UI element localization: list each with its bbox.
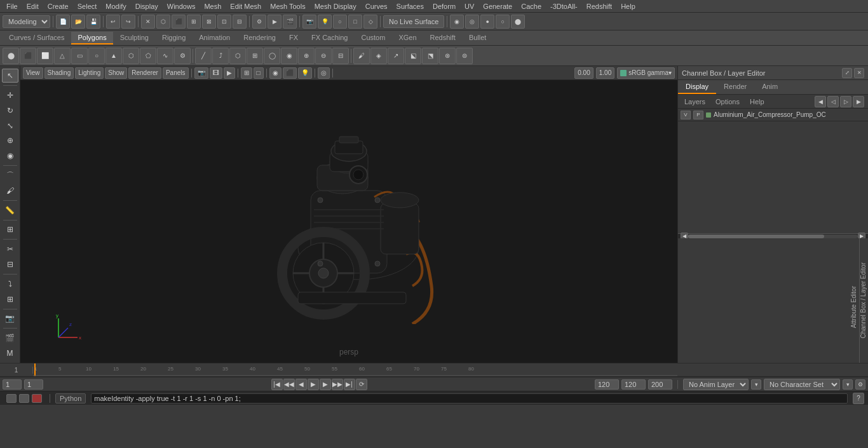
playback-end-input[interactable] <box>621 379 646 390</box>
multi-cut-btn[interactable]: ✂ <box>2 242 18 256</box>
scale-tool-btn[interactable]: ⤡ <box>2 119 18 133</box>
deform-btn[interactable]: ⤵ <box>2 277 18 291</box>
light-btn[interactable]: 💡 <box>318 15 332 29</box>
shelf-cylinder[interactable]: ⬜ <box>37 48 53 64</box>
anim-layer-dropdown[interactable]: No Anim Layer <box>683 379 749 390</box>
snap2-btn[interactable]: ⊠ <box>202 15 216 29</box>
menu-uv[interactable]: UV <box>461 1 478 11</box>
shelf-cone[interactable]: △ <box>54 48 71 64</box>
menu-file[interactable]: File <box>3 1 22 11</box>
window-icon-close[interactable] <box>32 394 42 403</box>
rp-tab-render[interactable]: Render <box>716 80 754 94</box>
shelf-extra2[interactable]: ⬔ <box>422 48 438 64</box>
display3-btn[interactable]: ● <box>480 15 494 29</box>
menu-curves[interactable]: Curves <box>362 1 391 11</box>
menu-surfaces[interactable]: Surfaces <box>393 1 428 11</box>
tab-polygons[interactable]: Polygons <box>71 32 112 44</box>
select-tool-btn[interactable]: ↖ <box>2 69 18 83</box>
material-btn[interactable]: ○ <box>333 15 347 29</box>
snap3-btn[interactable]: ⊡ <box>217 15 231 29</box>
move-tool-btn[interactable]: ✛ <box>2 88 18 102</box>
range-start-input[interactable] <box>24 379 43 390</box>
layer-vis-btn[interactable]: V <box>681 111 691 119</box>
tab-bullet[interactable]: Bullet <box>463 32 493 44</box>
panel-float-btn[interactable]: ⤢ <box>842 68 852 78</box>
tab-redshift[interactable]: Redshift <box>424 32 462 44</box>
display4-btn[interactable]: ○ <box>496 15 510 29</box>
tab-rigging[interactable]: Rigging <box>156 32 192 44</box>
tab-animation[interactable]: Animation <box>193 32 236 44</box>
command-line-input[interactable] <box>91 393 848 404</box>
menu-mesh[interactable]: Mesh <box>200 1 225 11</box>
char-set-options-btn[interactable]: ▾ <box>843 379 853 390</box>
shelf-plane[interactable]: ▭ <box>71 48 88 64</box>
vp-display-icon[interactable]: ◎ <box>318 67 330 79</box>
display5-btn[interactable]: ⬤ <box>511 15 525 29</box>
step-back-btn[interactable]: ◀◀ <box>283 379 295 390</box>
live-surface-btn[interactable]: No Live Surface <box>383 15 444 28</box>
rp-tab-display[interactable]: Display <box>678 80 716 94</box>
menu-generate[interactable]: Generate <box>479 1 516 11</box>
range-end-input[interactable] <box>595 379 619 390</box>
shelf-extra1[interactable]: ⬕ <box>405 48 421 64</box>
menu-cache[interactable]: Cache <box>517 1 545 11</box>
layers-link[interactable]: Layers <box>682 97 708 107</box>
menu-mesh-display[interactable]: Mesh Display <box>311 1 360 11</box>
shelf-sculpt[interactable]: ◈ <box>370 48 387 64</box>
menu-create[interactable]: Create <box>44 1 72 11</box>
shelf-smooth[interactable]: ◉ <box>281 48 297 64</box>
prev-frame-btn[interactable]: ◀ <box>295 379 307 390</box>
playback-end2-input[interactable] <box>648 379 672 390</box>
shelf-torus[interactable]: ○ <box>88 48 105 64</box>
render-btn[interactable]: 🎬 <box>283 15 297 29</box>
shelf-pipe[interactable]: ⬠ <box>140 48 156 64</box>
vp-gamma-input[interactable]: 1.00 <box>596 67 614 79</box>
next-frame-btn[interactable]: ▶ <box>320 379 331 390</box>
shelf-separate[interactable]: ⊖ <box>315 48 332 64</box>
camera-btn[interactable]: 📷 <box>302 15 316 29</box>
vp-grid-icon[interactable]: ⊞ <box>241 67 252 79</box>
shader-btn[interactable]: ◇ <box>363 15 377 29</box>
anim-settings-btn[interactable]: ⚙ <box>855 379 865 390</box>
lattice-btn[interactable]: ⊞ <box>2 292 18 306</box>
layer-p-btn[interactable]: P <box>693 111 703 119</box>
menu-edit-mesh[interactable]: Edit Mesh <box>226 1 265 11</box>
menu-help[interactable]: Help <box>617 1 639 11</box>
window-icon-minimize[interactable] <box>6 394 17 403</box>
snap-btn[interactable]: ⊞ <box>2 222 18 236</box>
scroll-track[interactable] <box>688 234 858 238</box>
shelf-extra4[interactable]: ⊜ <box>456 48 473 64</box>
maya-logo-btn[interactable]: M <box>2 346 18 360</box>
menu-3dtoall[interactable]: -3DtoAll- <box>546 1 581 11</box>
shelf-mirror[interactable]: ⊟ <box>332 48 349 64</box>
layer-next-btn[interactable]: ▶ <box>853 96 864 107</box>
shelf-paint-weights[interactable]: 🖌 <box>353 48 370 64</box>
insert-edge-btn[interactable]: ⊟ <box>2 257 18 271</box>
menu-edit[interactable]: Edit <box>23 1 43 11</box>
layer-prev-btn[interactable]: ◀ <box>815 96 826 107</box>
vp-view-menu[interactable]: View <box>23 67 43 79</box>
rp-tab-anim[interactable]: Anim <box>754 80 785 94</box>
tab-curves-surfaces[interactable]: Curves / Surfaces <box>3 32 71 44</box>
soft-select-btn[interactable]: ◉ <box>2 149 18 163</box>
window-icon-maximize[interactable] <box>19 394 29 403</box>
display1-btn[interactable]: ◉ <box>450 15 464 29</box>
tab-sculpting[interactable]: Sculpting <box>114 32 155 44</box>
tab-fx-caching[interactable]: FX Caching <box>305 32 354 44</box>
vp-lighting-menu[interactable]: Lighting <box>75 67 104 79</box>
shelf-gear[interactable]: ⚙ <box>174 48 191 64</box>
shelf-extrude[interactable]: ⤴ <box>212 48 229 64</box>
menu-display[interactable]: Display <box>132 1 162 11</box>
undo-btn[interactable]: ↩ <box>106 15 120 29</box>
menu-deform[interactable]: Deform <box>429 1 459 11</box>
select-btn[interactable]: ✕ <box>141 15 155 29</box>
shelf-sphere[interactable]: ⬤ <box>3 48 19 64</box>
channel-box-vertical-label[interactable]: Channel Box / Layer Editor <box>858 257 868 344</box>
snap4-btn[interactable]: ⊟ <box>233 15 247 29</box>
loop-btn[interactable]: ⟳ <box>356 379 367 390</box>
shelf-extra3[interactable]: ⊛ <box>439 48 456 64</box>
shelf-pyramid[interactable]: ⬡ <box>123 48 139 64</box>
lasso-select-btn[interactable]: ⌒ <box>2 168 18 182</box>
rotate-tool-btn[interactable]: ↻ <box>2 104 18 118</box>
menu-windows[interactable]: Windows <box>163 1 200 11</box>
